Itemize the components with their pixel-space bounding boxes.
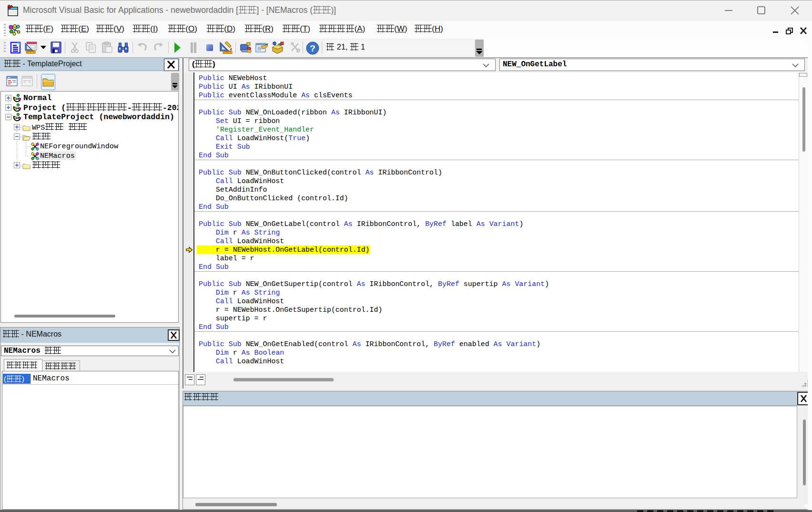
svg-text:?: ? xyxy=(310,43,315,53)
